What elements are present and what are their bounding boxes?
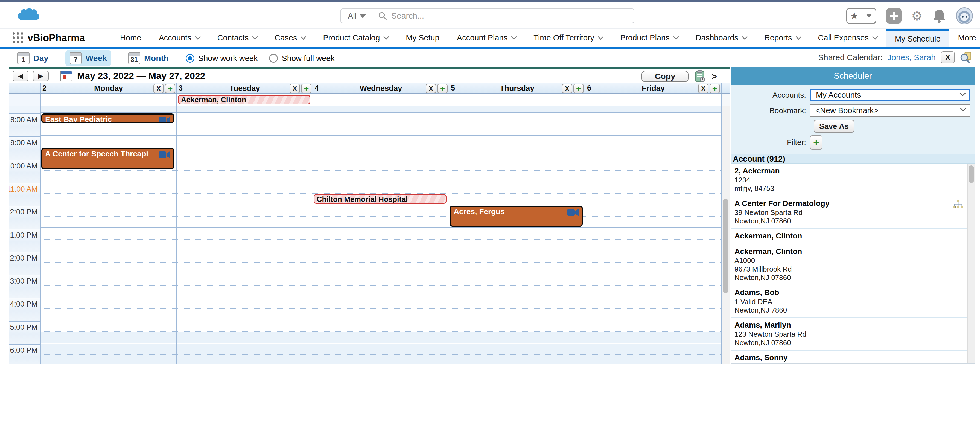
nav-item-more[interactable]: More xyxy=(950,29,980,47)
day-header-scroll-pad xyxy=(722,83,730,93)
user-avatar[interactable] xyxy=(956,7,973,24)
account-section-header: Account (912) xyxy=(730,154,975,164)
filter-label: Filter: xyxy=(730,138,810,147)
grid-row xyxy=(41,183,722,194)
remove-day-button[interactable]: X xyxy=(153,84,164,93)
account-list-item[interactable]: Adams, Marilyn123 Newton Sparta RdNewton… xyxy=(730,318,967,351)
nav-item-product-plans[interactable]: Product Plans xyxy=(611,29,687,47)
date-picker-icon[interactable] xyxy=(60,70,72,81)
remove-day-button[interactable]: X xyxy=(426,84,436,93)
next-week-button[interactable]: ▶ xyxy=(33,70,49,81)
expand-panel-arrow[interactable]: > xyxy=(711,71,717,82)
all-day-cell-friday[interactable] xyxy=(585,94,722,106)
account-list-item[interactable]: Ackerman, Clinton xyxy=(730,229,967,245)
view-button-week[interactable]: 7Week xyxy=(65,50,111,67)
hierarchy-icon[interactable] xyxy=(953,200,964,210)
nav-item-product-catalog[interactable]: Product Catalog xyxy=(314,29,397,47)
nav-item-home[interactable]: Home xyxy=(111,29,150,47)
all-day-cell-thursday[interactable] xyxy=(449,94,585,106)
grid-row xyxy=(41,107,722,113)
account-list-item[interactable]: Adams, Sonny1 Valid DEA, Valid RegularNe… xyxy=(730,351,967,363)
bookmark-select[interactable]: <New Bookmark> xyxy=(810,104,970,117)
global-add-button[interactable] xyxy=(886,8,902,24)
save-as-button[interactable]: Save As xyxy=(814,120,854,133)
calendar-vertical-scrollbar[interactable] xyxy=(722,107,730,364)
remove-day-button[interactable]: X xyxy=(698,84,708,93)
copy-schedule-clipboard-icon[interactable] xyxy=(695,70,705,82)
grid-row xyxy=(41,217,722,228)
grid-row xyxy=(41,171,722,182)
remove-day-button[interactable]: X xyxy=(290,84,300,93)
add-event-button[interactable]: + xyxy=(573,84,584,93)
chevron-down-icon xyxy=(960,91,966,96)
notifications-bell-icon[interactable] xyxy=(932,8,946,23)
app-launcher-waffle-icon[interactable] xyxy=(13,32,23,43)
nav-item-label: Accounts xyxy=(159,33,191,42)
nav-item-dashboards[interactable]: Dashboards xyxy=(687,29,756,47)
add-event-button[interactable]: + xyxy=(437,84,448,93)
show-full-week-radio[interactable]: Show full week xyxy=(269,54,334,63)
calendar-event[interactable]: East Bay Pediatric xyxy=(41,113,174,123)
event-title: Chilton Memorial Hospital xyxy=(317,195,408,204)
star-icon[interactable]: ★ xyxy=(847,9,862,23)
accounts-select[interactable]: My Accounts xyxy=(810,89,970,102)
chevron-down-icon xyxy=(360,14,366,18)
shared-calendar-user-link[interactable]: Jones, Sarah xyxy=(887,53,936,62)
remove-shared-calendar-button[interactable]: X xyxy=(940,51,955,64)
add-event-button[interactable]: + xyxy=(165,84,175,93)
time-label: 8:00 AM xyxy=(10,116,37,124)
view-button-day[interactable]: 1Day xyxy=(13,50,53,67)
favorites-caret-button[interactable] xyxy=(862,9,875,23)
all-day-cell-monday[interactable] xyxy=(41,94,177,106)
add-filter-button[interactable]: + xyxy=(810,135,822,149)
search-scope-dropdown[interactable]: All xyxy=(340,8,373,23)
favorites-button[interactable]: ★ xyxy=(846,8,877,24)
add-event-button[interactable]: + xyxy=(301,84,312,93)
time-label: 3:00 PM xyxy=(10,277,37,285)
calendar-event[interactable]: Chilton Memorial Hospital xyxy=(313,194,447,204)
account-list-scrollbar[interactable] xyxy=(967,164,975,363)
nav-item-label: Time Off Territory xyxy=(533,33,594,42)
nav-item-cases[interactable]: Cases xyxy=(266,29,314,47)
nav-item-my-setup[interactable]: My Setup xyxy=(397,29,448,47)
account-list-item[interactable]: Ackerman, ClintonA10009673 Millbrook RdN… xyxy=(730,245,967,285)
scrollbar-thumb[interactable] xyxy=(723,199,729,293)
grid-row xyxy=(41,252,722,263)
add-event-button[interactable]: + xyxy=(710,84,720,93)
account-detail-line: Newton,NJ 7860 xyxy=(735,306,964,315)
nav-item-time-off-territory[interactable]: Time Off Territory xyxy=(525,29,611,47)
calendar-date-nav: ◀ ▶ May 23, 2022 — May 27, 2022 Copy > xyxy=(9,69,730,83)
account-list-item[interactable]: Adams, Bob1 Valid DEANewton,NJ 7860 xyxy=(730,285,967,318)
all-day-cell-wednesday[interactable] xyxy=(313,94,449,106)
remove-day-button[interactable]: X xyxy=(562,84,572,93)
all-day-cell-tuesday[interactable]: Ackerman, Clinton xyxy=(177,94,313,106)
day-grid-area[interactable]: East Bay PediatricA Center for Speech Th… xyxy=(41,107,722,364)
nav-item-my-schedule[interactable]: My Schedule xyxy=(886,29,950,47)
account-list-item[interactable]: 2, Ackerman1234mfjfjv, 84753 xyxy=(730,164,967,196)
calendar-event[interactable]: A Center for Speech Threapi xyxy=(41,148,174,169)
scheduler-form: Accounts: My Accounts Bookmark: <New Boo… xyxy=(730,85,975,154)
time-label: 9:00 AM xyxy=(10,138,37,147)
grid-row xyxy=(41,321,722,332)
nav-item-call-expenses[interactable]: Call Expenses xyxy=(810,29,886,47)
account-detail-line: Newton,NJ 07860 xyxy=(735,339,964,347)
view-button-month[interactable]: 31Month xyxy=(124,50,173,67)
nav-item-account-plans[interactable]: Account Plans xyxy=(448,29,525,47)
account-list-item[interactable]: A Center For Dermatology39 Newton Sparta… xyxy=(730,196,967,229)
show-work-week-radio[interactable]: Show work week xyxy=(186,54,258,63)
calendar-icon-number: 7 xyxy=(74,56,77,64)
copy-button[interactable]: Copy xyxy=(641,71,689,82)
nav-item-contacts[interactable]: Contacts xyxy=(208,29,266,47)
nav-item-accounts[interactable]: Accounts xyxy=(150,29,208,47)
search-input[interactable]: Search... xyxy=(373,8,635,23)
nav-item-reports[interactable]: Reports xyxy=(756,29,810,47)
calendar-lookup-icon[interactable] xyxy=(960,51,972,64)
nav-item-label: Reports xyxy=(764,33,792,42)
account-list: 2, Ackerman1234mfjfjv, 84753A Center For… xyxy=(730,164,967,363)
calendar-event[interactable]: Acres, Fergus xyxy=(450,206,583,227)
setup-gear-icon[interactable]: ⚙ xyxy=(912,10,923,22)
scrollbar-thumb[interactable] xyxy=(969,165,974,183)
time-label-row: 4:00 PM xyxy=(9,298,40,321)
previous-week-button[interactable]: ◀ xyxy=(13,70,29,81)
all-day-event[interactable]: Ackerman, Clinton xyxy=(178,95,310,105)
